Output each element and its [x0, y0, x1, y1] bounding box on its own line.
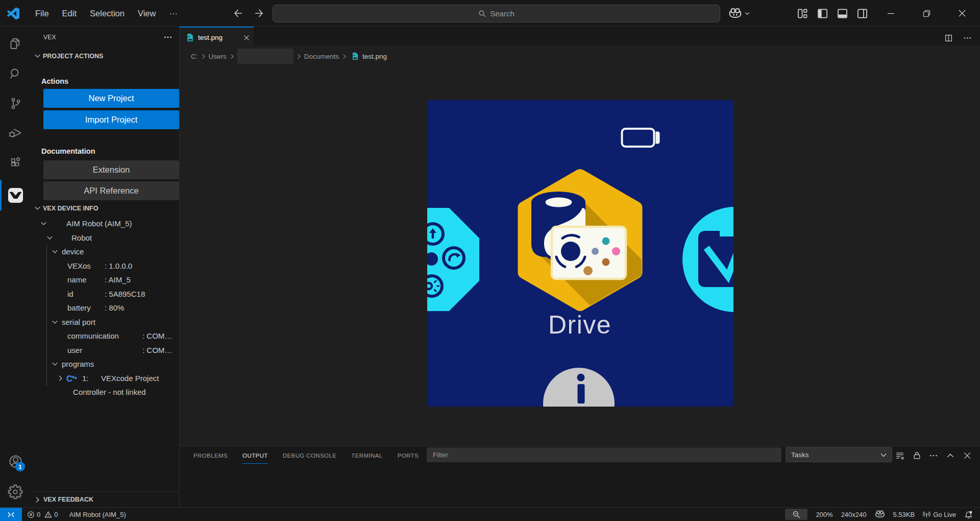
chevron-down-icon [51, 248, 59, 256]
panel-tabs: PROBLEMSOUTPUTDEBUG CONSOLETERMINALPORTS [193, 446, 419, 464]
editor-more-actions-icon[interactable] [963, 34, 972, 42]
new-project-button[interactable]: New Project [43, 89, 179, 108]
tree-row[interactable]: Robot [31, 231, 179, 245]
bottom-panel: PROBLEMSOUTPUTDEBUG CONSOLETERMINALPORTS… [180, 446, 980, 507]
section-project-actions[interactable]: PROJECT ACTIONS [31, 49, 179, 63]
vscode-logo-icon [7, 7, 19, 19]
problems-status[interactable]: 0 0 [27, 511, 58, 518]
toggle-secondary-sidebar-icon[interactable] [857, 8, 868, 19]
forward-arrow-icon[interactable] [252, 7, 265, 20]
toggle-sidebar-icon[interactable] [817, 8, 828, 19]
notifications-bell[interactable] [964, 510, 973, 519]
chevron-down-icon [34, 52, 41, 60]
tab-test-png[interactable]: test.png [180, 27, 254, 45]
search-view-icon[interactable] [0, 59, 31, 88]
bell-icon [964, 510, 973, 519]
close-panel-icon[interactable] [962, 450, 973, 461]
tree-row[interactable]: battery: 80% [31, 301, 179, 315]
breadcrumb-item[interactable]: C: [191, 53, 198, 60]
breadcrumb-item[interactable]: Documents [304, 53, 339, 60]
panel-tab-terminal[interactable]: TERMINAL [351, 446, 382, 464]
breadcrumb-item[interactable]: test.png [362, 53, 387, 60]
accounts-icon[interactable]: 1 [0, 446, 31, 476]
menu-edit[interactable]: Edit [56, 5, 83, 22]
breadcrumbs: C:UsersDocumentstest.png [180, 45, 980, 63]
image-dimensions-status[interactable]: 240x240 [841, 511, 867, 518]
remote-indicator[interactable] [0, 508, 22, 521]
go-live-button[interactable]: Go Live [923, 511, 956, 518]
tree-row[interactable]: programs [31, 357, 179, 371]
clear-output-icon[interactable] [894, 450, 905, 461]
documentation-label: Documentation [41, 147, 95, 155]
menu-file[interactable]: File [29, 5, 56, 22]
zoom-level-status[interactable]: 200% [816, 511, 832, 518]
chevron-down-icon [34, 204, 41, 212]
chevron-right-icon [56, 374, 64, 382]
breadcrumb-item[interactable]: Users [209, 53, 227, 60]
file-size-status[interactable]: 5.53KB [893, 511, 915, 518]
panel-tab-problems[interactable]: PROBLEMS [193, 446, 228, 464]
lock-icon[interactable] [911, 450, 922, 461]
more-actions-icon[interactable] [163, 33, 173, 42]
close-window-button[interactable] [944, 0, 980, 27]
source-control-icon[interactable] [0, 88, 31, 118]
panel-tab-ports[interactable]: PORTS [398, 446, 419, 464]
back-arrow-icon[interactable] [232, 7, 245, 20]
redacted-breadcrumb [237, 49, 293, 64]
panel-tab-debug-console[interactable]: DEBUG CONSOLE [283, 446, 337, 464]
tree-row[interactable]: C1:VEXcode Project [31, 371, 179, 386]
menu-selection[interactable]: Selection [83, 5, 131, 22]
tree-row[interactable]: communication: COM… [31, 329, 179, 343]
filter-input[interactable]: Filter [427, 447, 781, 462]
toggle-panel-icon[interactable] [837, 8, 848, 19]
tree-row[interactable]: VEXos: 1.0.0.0 [31, 259, 179, 273]
breadcrumb-separator-icon [295, 53, 303, 60]
tree-row[interactable]: user: COM… [31, 343, 179, 358]
sidebar-vex-panel: VEX PROJECT ACTIONS Actions New Project … [31, 27, 180, 507]
chevron-down-icon [879, 451, 888, 459]
tree-row[interactable]: id: 5A895C18 [31, 287, 179, 301]
chevron-right-icon [34, 496, 41, 504]
tree-row[interactable]: device [31, 245, 179, 259]
breadcrumb-separator-icon [340, 53, 348, 60]
tasks-dropdown[interactable]: Tasks [786, 447, 892, 462]
minimize-button[interactable] [873, 0, 909, 27]
test-png-image: Drive [427, 100, 733, 407]
zoom-out-button[interactable] [785, 509, 807, 520]
tree-row[interactable]: Controller - not linked [31, 385, 179, 399]
cpp-file-icon: C [66, 373, 77, 384]
remote-icon [7, 510, 15, 519]
api-reference-button[interactable]: API Reference [43, 181, 179, 200]
vex-extension-icon[interactable] [0, 180, 31, 210]
panel-more-actions-icon[interactable] [928, 450, 939, 461]
customize-layout-icon[interactable] [797, 8, 808, 19]
error-icon [27, 511, 35, 518]
accounts-badge: 1 [15, 462, 25, 471]
copilot-status[interactable] [875, 509, 885, 519]
split-editor-icon[interactable] [944, 34, 953, 42]
import-project-button[interactable]: Import Project [43, 110, 179, 129]
menu-view[interactable]: View [131, 5, 162, 22]
run-debug-icon[interactable] [0, 118, 31, 148]
extensions-icon[interactable] [0, 148, 31, 177]
tree-row[interactable]: serial port [31, 315, 179, 329]
section-vex-feedback[interactable]: VEX FEEDBACK [31, 491, 179, 507]
tree-row[interactable]: AIM Robot (AIM_5) [31, 217, 179, 231]
menu-more[interactable]: ··· [162, 5, 184, 22]
section-vex-device-info[interactable]: VEX DEVICE INFO [31, 201, 179, 215]
device-status[interactable]: AIM Robot (AIM_5) [69, 511, 126, 518]
panel-tab-output[interactable]: OUTPUT [242, 446, 268, 464]
tab-close-icon[interactable] [242, 33, 251, 42]
maximize-panel-icon[interactable] [945, 450, 956, 461]
copilot-menu-button[interactable] [728, 0, 750, 27]
zoom-out-icon [792, 510, 801, 519]
settings-gear-icon[interactable] [0, 477, 31, 507]
warning-icon [44, 511, 52, 518]
chevron-down-icon [51, 318, 59, 326]
tree-row[interactable]: name: AIM_5 [31, 273, 179, 287]
explorer-icon[interactable] [0, 29, 31, 58]
search-input[interactable]: Search [273, 5, 720, 22]
extension-docs-button[interactable]: Extension [43, 160, 179, 179]
chevron-down-icon [51, 360, 59, 368]
maximize-restore-button[interactable] [909, 0, 944, 27]
